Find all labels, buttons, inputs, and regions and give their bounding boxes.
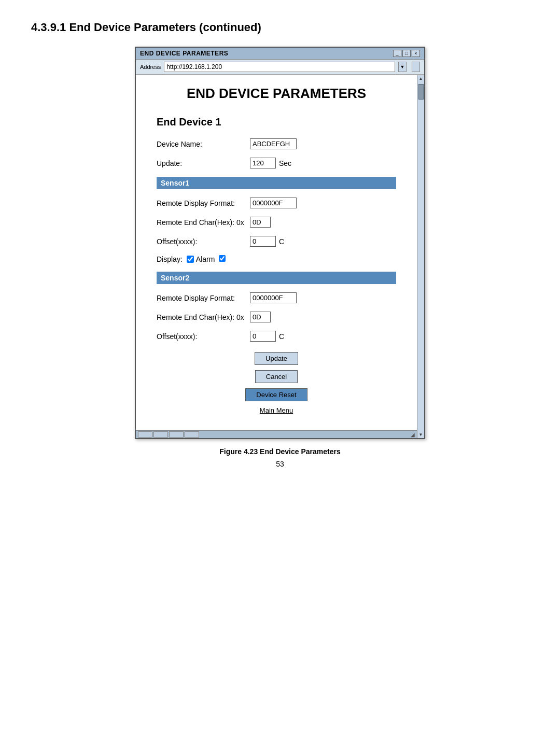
statusbar-seg-3 xyxy=(169,431,184,438)
device-reset-button[interactable]: Device Reset xyxy=(245,388,307,401)
figure-caption: Figure 4.23 End Device Parameters xyxy=(219,447,340,456)
browser-title: END DEVICE PARAMETERS xyxy=(140,50,228,57)
sensor2-rdf-row: Remote Display Format: xyxy=(157,292,396,303)
sensor1-offset-row: Offset(xxxx): C xyxy=(157,236,396,247)
statusbar-seg-4 xyxy=(185,431,199,438)
update-row: Update: Sec xyxy=(157,158,396,168)
sensor1-display-checkbox-wrapper xyxy=(219,255,226,263)
device-heading: End Device 1 xyxy=(157,116,396,128)
update-button[interactable]: Update xyxy=(255,352,298,365)
scrollbar-thumb[interactable] xyxy=(418,84,424,100)
sensor2-rec-input[interactable] xyxy=(250,312,271,322)
sensor1-display-label: Display: xyxy=(157,255,183,263)
sensor2-rdf-input[interactable] xyxy=(250,292,297,303)
device-name-input[interactable] xyxy=(250,138,297,149)
window-controls: _ □ × xyxy=(393,50,420,57)
main-menu-link[interactable]: Main Menu xyxy=(260,406,293,414)
browser-body: END DEVICE PARAMETERS End Device 1 Devic… xyxy=(136,75,424,438)
content-page-title: END DEVICE PARAMETERS xyxy=(157,86,396,102)
sensor2-rec-row: Remote End Char(Hex): 0x xyxy=(157,312,396,322)
statusbar-segments xyxy=(138,431,199,438)
sensor1-alarm-checkbox[interactable] xyxy=(187,256,194,263)
browser-content: END DEVICE PARAMETERS End Device 1 Devic… xyxy=(136,75,417,430)
minimize-button[interactable]: _ xyxy=(393,50,401,57)
sensor1-offset-input[interactable] xyxy=(250,236,276,247)
statusbar-seg-1 xyxy=(138,431,152,438)
sensor1-rdf-input[interactable] xyxy=(250,198,297,208)
browser-window: END DEVICE PARAMETERS _ □ × Address ▼ EN… xyxy=(135,47,425,439)
sensor1-header: Sensor1 xyxy=(157,177,396,189)
sensor1-rec-input[interactable] xyxy=(250,217,271,228)
sensor2-offset-unit: C xyxy=(279,332,284,341)
address-input[interactable] xyxy=(164,62,395,72)
maximize-button[interactable]: □ xyxy=(402,50,411,57)
sensor2-rec-label: Remote End Char(Hex): 0x xyxy=(157,313,250,321)
sensor2-offset-label: Offset(xxxx): xyxy=(157,332,250,341)
scroll-down-arrow[interactable]: ▼ xyxy=(419,431,423,438)
sensor2-offset-input[interactable] xyxy=(250,331,276,342)
sensor1-alarm-text: Alarm xyxy=(196,255,215,263)
close-button[interactable]: × xyxy=(412,50,420,57)
browser-titlebar: END DEVICE PARAMETERS _ □ × xyxy=(136,48,424,60)
sensor1-alarm-label: Alarm xyxy=(187,255,215,263)
browser-main: END DEVICE PARAMETERS End Device 1 Devic… xyxy=(136,75,417,438)
sensor1-offset-label: Offset(xxxx): xyxy=(157,237,250,246)
sensor1-display-checkbox[interactable] xyxy=(219,255,226,262)
section-heading: 4.3.9.1 End Device Parameters (continued… xyxy=(31,21,261,34)
address-dropdown-icon[interactable]: ▼ xyxy=(398,62,407,72)
update-input[interactable] xyxy=(250,158,276,168)
resize-handle[interactable]: ◢ xyxy=(411,432,415,438)
buttons-section: Update Cancel Device Reset Main Menu xyxy=(157,352,396,414)
update-unit: Sec xyxy=(279,159,291,167)
device-name-row: Device Name: xyxy=(157,138,396,149)
scroll-up-arrow[interactable]: ▲ xyxy=(419,75,423,82)
sensor2-offset-row: Offset(xxxx): C xyxy=(157,331,396,342)
address-bar: Address ▼ xyxy=(136,60,424,75)
sensor1-rdf-label: Remote Display Format: xyxy=(157,199,250,207)
address-label: Address xyxy=(140,64,161,70)
sensor1-rdf-row: Remote Display Format: xyxy=(157,198,396,208)
go-button[interactable] xyxy=(412,62,420,72)
sensor1-display-row: Display: Alarm xyxy=(157,255,396,263)
sensor2-header: Sensor2 xyxy=(157,272,396,284)
sensor1-rec-label: Remote End Char(Hex): 0x xyxy=(157,218,250,227)
scrollbar[interactable]: ▲ ▼ xyxy=(417,75,424,438)
sensor1-rec-row: Remote End Char(Hex): 0x xyxy=(157,217,396,228)
cancel-button[interactable]: Cancel xyxy=(255,370,298,383)
sensor2-rdf-label: Remote Display Format: xyxy=(157,294,250,302)
update-label: Update: xyxy=(157,159,250,167)
page-number: 53 xyxy=(276,460,284,468)
browser-statusbar: ◢ xyxy=(136,430,417,438)
statusbar-seg-2 xyxy=(153,431,168,438)
device-name-label: Device Name: xyxy=(157,140,250,148)
sensor1-offset-unit: C xyxy=(279,237,284,246)
